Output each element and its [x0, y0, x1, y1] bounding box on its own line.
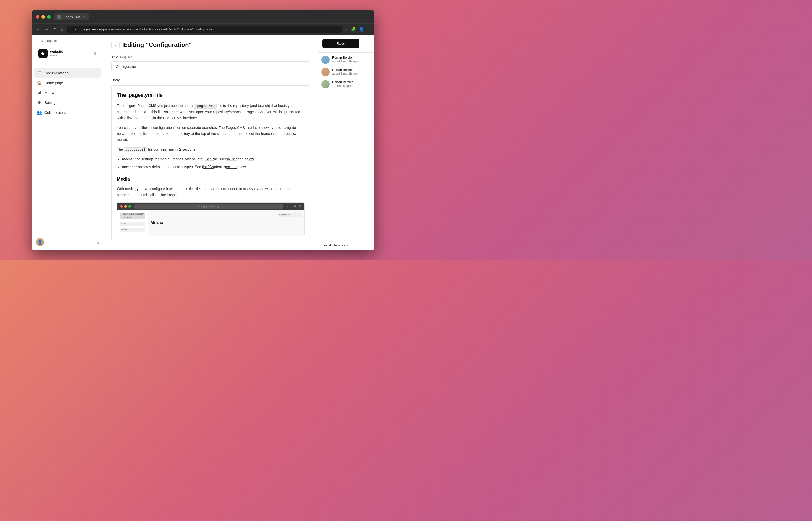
preview-nav-media: Media	[120, 228, 145, 232]
close-button[interactable]	[36, 15, 39, 19]
extensions-icon[interactable]: 🧩	[351, 27, 356, 32]
minimize-button[interactable]	[41, 15, 45, 19]
chevron-icon: ⇅	[93, 51, 97, 55]
browser-toolbar-icons: ☆ 🧩 👤 ⋮	[344, 27, 371, 32]
preview-app-sidebar: hunvreus.github.com / master Posts Media	[117, 210, 148, 236]
documentation-icon: 📋	[37, 70, 42, 75]
title-bar: P Pages CMS ✕ + ⌄	[32, 10, 374, 23]
preview-titlebar: app.pagescms.org ↑ + ⊞ ⊟	[117, 203, 304, 210]
user-avatar[interactable]: 👤	[36, 238, 44, 246]
preview-site-info: hunvreus.github.com / master	[123, 212, 144, 220]
content-para1-text: To configure Pages CMS you just need to …	[117, 104, 193, 108]
list-item-content-period: .	[247, 165, 248, 169]
list-item-media-bold: media	[122, 157, 132, 161]
content-heading2: Media	[117, 175, 304, 183]
list-item-media: media : the settings for media (images, …	[122, 156, 304, 162]
preview-dot-green	[128, 205, 131, 208]
back-nav-button[interactable]: ←	[35, 26, 41, 33]
active-tab[interactable]: P Pages CMS ✕	[54, 13, 89, 20]
title-label: Title	[111, 55, 118, 59]
home-button[interactable]: ⌂	[60, 26, 65, 33]
rich-content-editor[interactable]: The .pages.yml file To configure Pages C…	[111, 85, 310, 241]
address-wrap: 🔒	[67, 26, 342, 33]
profile-icon[interactable]: 👤	[359, 27, 364, 32]
sidebar-item-homepage[interactable]: 🏠 Home page	[34, 78, 101, 88]
change-info-0: Ronan Berder about 1 month ago	[332, 56, 371, 63]
preview-address: app.pagescms.org	[134, 204, 283, 209]
preview-icon1: ↑	[286, 204, 288, 209]
preview-nav-posts: Posts	[120, 222, 145, 226]
forward-nav-button[interactable]: →	[43, 26, 49, 33]
sidebar-item-documentation[interactable]: 📋 Documentation	[34, 68, 101, 78]
editor-area: ‹ Editing "Configuration" Title Required…	[103, 35, 374, 250]
change-time-2: 7 months ago	[332, 84, 371, 88]
change-item-1: Ronan Berder about 1 month ago	[321, 68, 371, 76]
preview-url: app.pagescms.org	[198, 204, 219, 208]
window-controls: ⌄	[367, 15, 370, 19]
change-avatar-1	[321, 68, 329, 76]
editor-title: Editing "Configuration"	[123, 41, 192, 48]
more-options-button[interactable]: ⋮	[362, 39, 370, 48]
content-para2: You can have different configuration fil…	[117, 125, 304, 143]
sidebar-settings-label: Settings	[44, 100, 58, 105]
content-para3-post: file contains mainly 2 sections:	[148, 148, 196, 152]
content-list: media : the settings for media (images, …	[117, 156, 304, 170]
preview-app-main: ↑ Upload file Media	[148, 210, 304, 236]
bookmark-icon[interactable]: ☆	[344, 27, 348, 32]
content-para1: To configure Pages CMS you just need to …	[117, 103, 304, 121]
menu-icon[interactable]: ⋮	[367, 27, 371, 32]
change-avatar-2	[321, 80, 329, 88]
body-label: Body	[111, 78, 310, 82]
homepage-icon: 🏠	[37, 81, 42, 85]
app-content: ← All projects ◆ website main ⇅ 📋	[32, 35, 374, 250]
required-label: Required	[120, 55, 133, 59]
list-item-media-period: .	[255, 157, 256, 161]
title-field-label: Title Required	[111, 55, 310, 59]
change-info-2: Ronan Berder 7 months ago	[332, 80, 371, 88]
address-input[interactable]	[67, 26, 342, 33]
new-tab-button[interactable]: +	[91, 14, 94, 19]
all-projects-link[interactable]: ← All projects	[36, 39, 99, 43]
change-name-1: Ronan Berder	[332, 68, 371, 72]
see-all-changes-link[interactable]: See all changes ↗	[318, 240, 374, 250]
list-item-media-link[interactable]: See the "Media" section below	[206, 157, 254, 161]
sidebar-item-media[interactable]: 🖼 Media	[34, 88, 101, 97]
change-item-2: Ronan Berder 7 months ago	[321, 80, 371, 88]
preview-dot-yellow	[124, 205, 127, 208]
preview-icon3: ⊞	[294, 204, 297, 209]
content-code1: .pages.yml	[194, 104, 217, 109]
reload-button[interactable]: ↻	[52, 26, 58, 33]
save-button[interactable]: Save	[322, 39, 360, 48]
sidebar-top: ← All projects ◆ website main ⇅	[32, 35, 103, 65]
help-icon[interactable]: ℹ	[98, 240, 99, 245]
list-item-content-link[interactable]: See the "Content" section below	[195, 165, 246, 169]
preview-list-btn	[298, 213, 302, 217]
tab-favicon: P	[57, 15, 61, 19]
maximize-button[interactable]	[47, 15, 50, 19]
preview-icon4: ⊟	[299, 204, 301, 209]
changes-list: Ronan Berder about 1 month ago Ronan Ber…	[318, 53, 374, 240]
sidebar-footer: 👤 ℹ	[32, 234, 103, 250]
change-time-1: about 1 month ago	[332, 72, 371, 75]
sidebar-item-collaborators[interactable]: 👥 Collaborators	[34, 108, 101, 117]
editor-back-button[interactable]: ‹	[111, 41, 120, 49]
sidebar-item-settings[interactable]: ⚙ Settings	[34, 97, 101, 108]
back-arrow-icon: ←	[36, 39, 39, 43]
project-selector[interactable]: ◆ website main ⇅	[36, 46, 99, 61]
content-para3: The .pages.yml file contains mainly 2 se…	[117, 146, 304, 153]
preview-logo: hunvreus.github.com / master	[120, 213, 145, 219]
change-avatar-0	[321, 56, 329, 64]
title-input[interactable]	[111, 61, 310, 72]
change-name-2: Ronan Berder	[332, 80, 371, 84]
preview-toolbar: ↑ Upload file	[150, 213, 302, 217]
list-item-content-text: : an array defining the content types.	[136, 165, 195, 169]
tab-close-icon[interactable]: ✕	[83, 15, 86, 19]
change-time-0: about 1 month ago	[332, 60, 371, 63]
sidebar-media-label: Media	[44, 91, 54, 95]
traffic-lights	[36, 15, 50, 19]
preview-media-title: Media	[150, 219, 302, 227]
settings-icon: ⚙	[37, 100, 42, 105]
main-content: ‹ Editing "Configuration" Title Required…	[103, 35, 374, 250]
project-branch: main	[50, 54, 91, 57]
right-panel-top: Save ⋮	[318, 35, 374, 53]
